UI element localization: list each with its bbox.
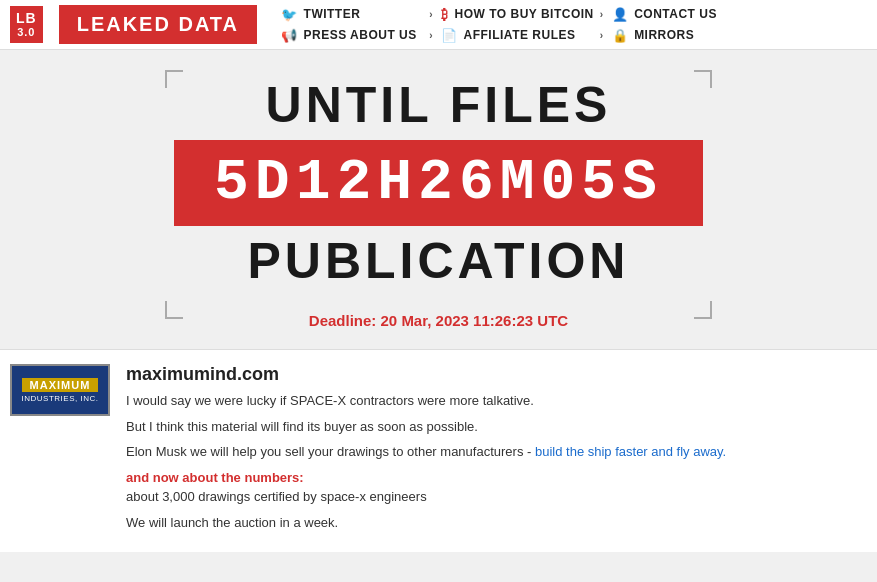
victim-description: I would say we were lucky if SPACE-X con… (126, 391, 867, 532)
twitter-icon: 🐦 (281, 7, 298, 22)
victim-content: maximumind.com I would say we were lucky… (126, 364, 867, 538)
corner-bracket-br (694, 301, 712, 319)
affiliate-arrow: › (600, 30, 604, 41)
nav-columns: 🐦 TWITTER › 📢 PRESS ABOUT US › ₿ HOW TO … (277, 5, 867, 45)
logo-lb: LB (16, 10, 37, 27)
nav-item-press[interactable]: 📢 PRESS ABOUT US › (277, 26, 437, 45)
logo-version: 3.0 (17, 26, 35, 39)
nav-col-2: ₿ HOW TO BUY BITCOIN › 📄 AFFILIATE RULES… (437, 5, 608, 45)
timer-value: 5D12H26M05S (214, 154, 663, 212)
victim-logo: MAXIMUM INDUSTRIES, INC. (10, 364, 110, 416)
press-label: PRESS ABOUT US (304, 28, 424, 42)
nav-item-affiliate[interactable]: 📄 AFFILIATE RULES › (437, 26, 608, 45)
twitter-label: TWITTER (304, 7, 424, 21)
bitcoin-arrow: › (600, 9, 604, 20)
header: LB 3.0 LEAKED DATA 🐦 TWITTER › 📢 PRESS A… (0, 0, 877, 50)
victim-line-1: I would say we were lucky if SPACE-X con… (126, 391, 867, 411)
affiliate-label: AFFILIATE RULES (464, 28, 594, 42)
logo-area: LB 3.0 (10, 6, 43, 44)
victim-logo-inner: MAXIMUM INDUSTRIES, INC. (22, 378, 99, 403)
press-arrow: › (429, 30, 433, 41)
victim-highlight: build the ship faster and fly away. (535, 444, 726, 459)
nav-item-contact[interactable]: 👤 CONTACT US (608, 5, 768, 24)
victim-line-5: We will launch the auction in a week. (126, 513, 867, 533)
victim-line-3: Elon Musk we will help you sell your dra… (126, 442, 867, 462)
victim-line-4: and now about the numbers: about 3,000 d… (126, 468, 867, 507)
leaked-data-banner: LEAKED DATA (59, 5, 257, 44)
affiliate-icon: 📄 (441, 28, 458, 43)
deadline-text: Deadline: 20 Mar, 2023 11:26:23 UTC (309, 312, 568, 329)
nav-item-mirrors[interactable]: 🔒 MIRRORS (608, 26, 768, 45)
victim-logo-bottom: INDUSTRIES, INC. (22, 394, 99, 403)
contact-icon: 👤 (612, 7, 629, 22)
timer-box: 5D12H26M05S (174, 140, 703, 226)
corner-bracket-bl (165, 301, 183, 319)
corner-bracket-tl (165, 70, 183, 88)
victim-logo-top: MAXIMUM (22, 378, 99, 392)
nav-item-twitter[interactable]: 🐦 TWITTER › (277, 5, 437, 24)
countdown-section: UNTIL FILES 5D12H26M05S PUBLICATION Dead… (0, 60, 877, 349)
twitter-arrow: › (429, 9, 433, 20)
mirrors-icon: 🔒 (612, 28, 629, 43)
nav-col-3: 👤 CONTACT US 🔒 MIRRORS (608, 5, 768, 45)
victim-domain: maximumind.com (126, 364, 867, 385)
nav-item-bitcoin[interactable]: ₿ HOW TO BUY BITCOIN › (437, 5, 608, 24)
contact-label: CONTACT US (634, 7, 764, 21)
until-files-text: UNTIL FILES (266, 80, 612, 130)
nav-col-1: 🐦 TWITTER › 📢 PRESS ABOUT US › (277, 5, 437, 45)
victim-numbers-detail: about 3,000 drawings certified by space-… (126, 489, 427, 504)
logo-box: LB 3.0 (10, 6, 43, 44)
publication-text: PUBLICATION (248, 236, 630, 286)
victim-section: MAXIMUM INDUSTRIES, INC. maximumind.com … (0, 349, 877, 552)
bitcoin-label: HOW TO BUY BITCOIN (455, 7, 594, 21)
corner-bracket-tr (694, 70, 712, 88)
victim-line-2: But I think this material will find its … (126, 417, 867, 437)
press-icon: 📢 (281, 28, 298, 43)
victim-numbers-label: and now about the numbers: (126, 470, 304, 485)
mirrors-label: MIRRORS (634, 28, 764, 42)
bitcoin-icon: ₿ (441, 7, 449, 22)
main-content: UNTIL FILES 5D12H26M05S PUBLICATION Dead… (0, 50, 877, 552)
